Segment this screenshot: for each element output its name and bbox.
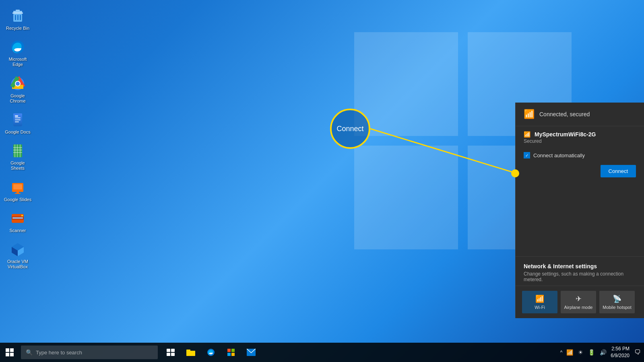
svg-point-15 [16,82,20,86]
recycle-bin-label: Recycle Bin [6,26,29,31]
svg-rect-10 [20,15,21,20]
wifi-other-networks-area [516,184,644,256]
sheets-label: Google Sheets [3,160,32,171]
wifi-quick-btn-hotspot[interactable]: 📡 Mobile hotspot [599,291,635,313]
svg-rect-55 [227,353,231,356]
wifi-panel: 📶 Connected, secured 📶 MySpectrumWiFi8c-… [515,103,644,318]
sheets-icon [10,143,26,159]
edge-label: Microsoft Edge [3,57,32,67]
docs-label: Google Docs [5,130,31,135]
wifi-network-name-row: 📶 MySpectrumWiFi8c-2G [524,131,636,138]
svg-rect-47 [171,349,175,352]
virtualbox-label: Oracle VM VirtualBox [3,259,32,269]
tray-expand-arrow[interactable]: ^ [560,350,563,355]
desktop-icon-sheets[interactable]: Google Sheets [2,140,34,174]
taskbar-search-text: Type here to search [36,350,82,356]
svg-rect-42 [6,348,9,352]
wifi-network-name-text: MySpectrumWiFi8c-2G [535,131,596,138]
desktop: Recycle Bin Microsoft Edge [0,0,644,362]
svg-rect-30 [13,184,22,189]
tray-weather-icon[interactable]: ☀ [577,348,584,356]
taskbar: 🔍 Type here to search [0,343,644,362]
svg-rect-0 [354,32,458,136]
svg-rect-44 [6,353,9,356]
tray-time: 2:56 PM [611,346,630,352]
docs-icon [10,112,26,128]
slides-label: Google Slides [4,197,32,202]
wifi-network-settings[interactable]: Network & Internet settings Change setti… [516,256,644,286]
svg-rect-49 [171,353,175,356]
svg-rect-26 [17,144,18,157]
svg-rect-9 [17,15,19,20]
start-button[interactable] [0,343,19,362]
svg-rect-19 [15,119,21,120]
desktop-icon-virtualbox[interactable]: Oracle VM VirtualBox [2,238,34,273]
wifi-quick-airplane-label: Airplane mode [564,305,593,310]
svg-rect-21 [15,115,18,117]
connect-annotation-text: Connect [336,125,363,133]
wifi-auto-connect-checkbox[interactable]: ✓ [524,152,530,158]
svg-rect-53 [227,349,231,352]
tray-battery-icon[interactable]: 🔋 [587,348,596,356]
desktop-icon-recycle-bin[interactable]: Recycle Bin [2,5,34,34]
svg-rect-48 [167,353,170,356]
taskbar-microsoft-store[interactable] [221,343,241,362]
svg-rect-8 [15,15,16,20]
wifi-connected-icon: 📶 [524,109,535,119]
wifi-quick-airplane-icon: ✈ [576,294,582,303]
edge-icon [10,39,26,55]
svg-rect-32 [15,193,21,194]
svg-rect-51 [186,350,190,352]
wifi-quick-btn-wifi[interactable]: 📶 Wi-Fi [522,291,557,313]
svg-rect-5 [16,10,20,11]
desktop-icon-slides[interactable]: Google Slides [2,176,34,206]
wifi-quick-hotspot-label: Mobile hotspot [603,305,632,310]
svg-rect-45 [10,353,14,356]
svg-rect-54 [231,349,235,352]
scanner-icon [10,210,26,226]
svg-rect-6 [12,12,23,14]
taskbar-search-icon: 🔍 [26,349,33,356]
taskbar-search[interactable]: 🔍 Type here to search [21,346,158,359]
wifi-quick-actions: 📶 Wi-Fi ✈ Airplane mode 📡 Mobile hotspot [516,286,644,318]
desktop-icon-edge[interactable]: Microsoft Edge [2,36,34,70]
tray-date: 6/9/2020 [611,352,630,359]
tray-network-icon[interactable]: 📶 [566,348,574,356]
svg-rect-36 [21,215,23,216]
taskbar-file-explorer[interactable] [181,343,200,362]
wifi-quick-btn-airplane[interactable]: ✈ Airplane mode [561,291,596,313]
svg-rect-27 [20,144,21,157]
desktop-icon-docs[interactable]: Google Docs [2,109,34,138]
svg-rect-35 [12,217,23,219]
svg-rect-28 [14,144,15,157]
wifi-quick-wifi-label: Wi-Fi [535,305,545,310]
wifi-auto-connect-row[interactable]: ✓ Connect automatically [516,149,644,162]
wifi-connect-row: Connect [516,162,644,184]
wifi-network-item[interactable]: 📶 MySpectrumWiFi8c-2G Secured [516,126,644,149]
tray-notification-icon[interactable]: 🗨 [634,349,641,356]
svg-rect-20 [15,121,19,122]
wifi-settings-title: Network & Internet settings [524,263,636,269]
taskbar-task-view[interactable] [161,343,180,362]
chrome-icon [10,76,26,92]
svg-rect-46 [167,349,170,352]
wifi-signal-icon: 📶 [524,131,530,138]
wifi-network-status: Secured [524,138,636,144]
desktop-icons: Recycle Bin Microsoft Edge [0,0,35,278]
tray-clock[interactable]: 2:56 PM 6/9/2020 [611,346,630,359]
virtualbox-icon [10,241,26,257]
desktop-icon-chrome[interactable]: Google Chrome [2,72,34,107]
tray-volume-icon[interactable]: 🔊 [599,348,607,356]
wifi-connect-button[interactable]: Connect [601,165,636,177]
taskbar-mail-icon[interactable] [242,343,261,362]
wifi-connected-text: Connected, secured [539,111,590,117]
svg-rect-18 [15,117,21,118]
slides-icon [10,179,26,195]
svg-rect-2 [354,146,458,249]
recycle-bin-icon [10,8,26,24]
desktop-icon-scanner[interactable]: Scanner [2,207,34,237]
svg-rect-56 [231,353,235,356]
chrome-label: Google Chrome [3,93,32,104]
wifi-quick-wifi-icon: 📶 [535,294,544,303]
taskbar-edge-icon[interactable] [201,343,221,362]
